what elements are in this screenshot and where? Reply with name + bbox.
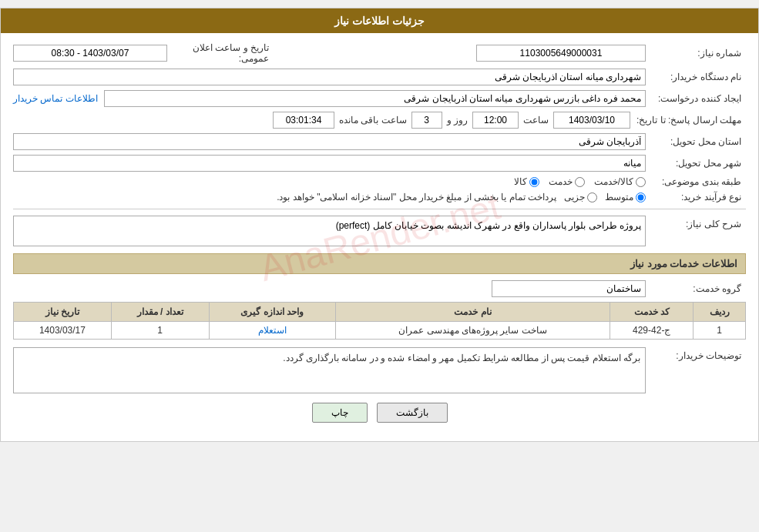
buyer-org-label: نام دستگاه خریدار: [646, 72, 746, 82]
need-description-label: شرح کلی نیاز: [646, 216, 746, 229]
page-title: جزئیات اطلاعات نیاز [334, 15, 425, 27]
need-number-row: شماره نیاز: تاریخ و ساعت اعلان عمومی: [13, 42, 746, 64]
send-time-input[interactable] [472, 112, 519, 129]
services-section-title: اطلاعات خدمات مورد نیاز [13, 253, 746, 274]
category-option-service: خدمت [549, 176, 585, 187]
col-header-row: ردیف [694, 303, 746, 322]
purchase-type-value-cell: متوسط جزیی پرداخت تمام یا بخشی از مبلغ خ… [13, 192, 646, 202]
need-description-textarea[interactable] [13, 216, 646, 246]
delivery-province-label: استان محل تحویل: [646, 136, 746, 147]
page-header: جزئیات اطلاعات نیاز [1, 8, 758, 33]
send-deadline-row: مهلت ارسال پاسخ: تا تاریخ: ساعت روز و سا… [13, 112, 746, 129]
announcement-label: تاریخ و ساعت اعلان عمومی: [167, 42, 275, 64]
purchase-type-label-medium: متوسط [605, 192, 633, 202]
cell-quantity: 1 [111, 322, 209, 340]
service-group-label: گروه خدمت: [646, 283, 746, 294]
delivery-city-label: شهر محل تحویل: [646, 158, 746, 169]
separator-1 [13, 209, 746, 209]
creator-input[interactable] [104, 90, 646, 107]
category-option-goods: کالا [514, 176, 539, 187]
send-remaining-label: ساعت باقی مانده [339, 115, 407, 125]
purchase-type-option-minor: جزیی [564, 192, 597, 202]
contact-link[interactable]: اطلاعات تماس خریدار [13, 93, 98, 104]
send-date-input[interactable] [553, 112, 630, 129]
col-header-date: تاریخ نیاز [14, 303, 112, 322]
buyer-description-row: توضیحات خریدار: برگه استعلام قیمت پس از … [13, 347, 746, 393]
service-group-row: گروه خدمت: [13, 280, 746, 297]
category-option-goods-services: کالا/خدمت [594, 176, 646, 187]
purchase-type-note: پرداخت تمام یا بخشی از مبلغ خریدار محل "… [13, 192, 556, 202]
page-container: جزئیات اطلاعات نیاز AnaRender.net شماره … [0, 8, 759, 442]
send-days-input[interactable] [411, 112, 442, 129]
purchase-type-option-medium: متوسط [605, 192, 646, 202]
cell-unit: استعلام [209, 322, 335, 340]
need-description-row: شرح کلی نیاز: [13, 216, 746, 249]
delivery-city-value-cell [13, 155, 646, 172]
category-label: طبقه بندی موضوعی: [646, 176, 746, 187]
buyer-org-row: نام دستگاه خریدار: [13, 69, 746, 85]
cell-row: 1 [694, 322, 746, 340]
print-button[interactable]: چاپ [312, 403, 368, 423]
send-time-label: ساعت [523, 115, 549, 125]
category-radio-goods-services[interactable] [636, 177, 646, 187]
cell-date: 1403/03/17 [14, 322, 112, 340]
category-radio-goods[interactable] [529, 177, 539, 187]
delivery-province-value-cell [13, 133, 646, 150]
purchase-type-radio-medium[interactable] [636, 192, 646, 202]
buyer-org-input[interactable] [13, 69, 646, 85]
purchase-type-row: نوع فرآیند خرید: متوسط جزیی پرداخت تمام … [13, 192, 746, 202]
send-deadline-label: مهلت ارسال پاسخ: تا تاریخ: [630, 115, 746, 125]
cell-code: ج-42-429 [610, 322, 694, 340]
creator-label: ایجاد کننده درخواست: [646, 93, 746, 104]
cell-name: ساخت سایر پروژه‌های مهندسی عمران [335, 322, 610, 340]
buttons-row: بازگشت چاپ [13, 403, 746, 423]
category-value-cell: کالا/خدمت خدمت کالا [13, 176, 646, 187]
send-deadline-value-cell: ساعت روز و ساعت باقی مانده [13, 112, 630, 129]
col-header-code: کد خدمت [610, 303, 694, 322]
col-header-quantity: تعداد / مقدار [111, 303, 209, 322]
delivery-province-input[interactable] [13, 133, 646, 150]
announcement-input[interactable] [13, 45, 167, 62]
need-number-input[interactable] [476, 45, 646, 62]
buyer-description-box: برگه استعلام قیمت پس از مطالعه شرایط تکم… [13, 347, 646, 393]
send-remaining-input[interactable] [273, 112, 334, 129]
category-radio-service[interactable] [575, 177, 585, 187]
purchase-type-radio-minor[interactable] [587, 192, 597, 202]
main-content: AnaRender.net شماره نیاز: تاریخ و ساعت ا… [1, 33, 758, 441]
delivery-city-row: شهر محل تحویل: [13, 155, 746, 172]
service-group-input[interactable] [492, 280, 646, 297]
category-label-service: خدمت [549, 176, 573, 187]
announcement-value-cell [13, 45, 167, 62]
buyer-description-label: توضیحات خریدار: [646, 347, 746, 361]
delivery-city-input[interactable] [13, 155, 646, 172]
col-header-unit: واحد اندازه گیری [209, 303, 335, 322]
service-group-value-cell [13, 280, 646, 297]
send-days-label: روز و [447, 115, 468, 125]
category-row: طبقه بندی موضوعی: کالا/خدمت خدمت کالا [13, 176, 746, 187]
table-row: 1 ج-42-429 ساخت سایر پروژه‌های مهندسی عم… [14, 322, 746, 340]
buyer-description-value-cell: برگه استعلام قیمت پس از مطالعه شرایط تکم… [13, 347, 646, 393]
category-radio-group: کالا/خدمت خدمت کالا [13, 176, 646, 187]
need-number-label: شماره نیاز: [646, 48, 746, 59]
purchase-type-label: نوع فرآیند خرید: [646, 192, 746, 202]
col-header-name: نام خدمت [335, 303, 610, 322]
delivery-province-row: استان محل تحویل: [13, 133, 746, 150]
need-description-value-cell [13, 216, 646, 249]
category-label-goods-services: کالا/خدمت [594, 176, 633, 187]
category-label-goods: کالا [514, 176, 527, 187]
need-number-value-cell [275, 45, 646, 62]
creator-value-cell: اطلاعات تماس خریدار [13, 90, 646, 107]
creator-row: ایجاد کننده درخواست: اطلاعات تماس خریدار [13, 90, 746, 107]
services-table: ردیف کد خدمت نام خدمت واحد اندازه گیری ت… [13, 302, 746, 340]
purchase-type-label-minor: جزیی [564, 192, 585, 202]
back-button[interactable]: بازگشت [377, 403, 448, 423]
buyer-org-value-cell [13, 69, 646, 85]
